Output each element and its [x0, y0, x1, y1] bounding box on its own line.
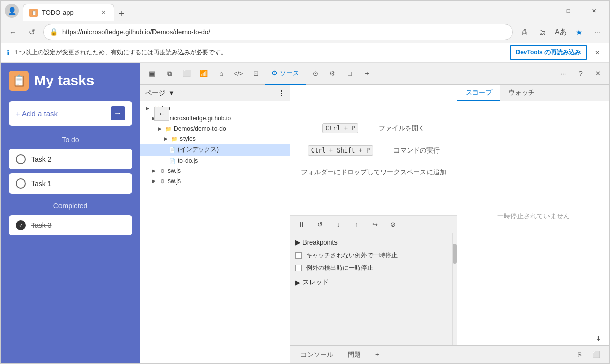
- devtools-home-icon[interactable]: ⌂: [214, 66, 229, 81]
- devtools-inspect-icon[interactable]: ▣: [144, 66, 160, 81]
- add-panel-btn[interactable]: +: [371, 346, 383, 364]
- status-undock-icon[interactable]: ⎘: [573, 348, 587, 362]
- task-name-task2: Task 2: [31, 155, 51, 163]
- deactivate-breakpoints-btn[interactable]: ⊘: [386, 217, 400, 231]
- sources-dropdown-icon[interactable]: ▼: [168, 89, 175, 97]
- tree-item-index[interactable]: 📄 (インデックス): [140, 144, 290, 156]
- task-item-completed[interactable]: ✓ Task 3: [9, 215, 132, 235]
- notification-close-button[interactable]: ✕: [591, 47, 603, 59]
- task-item[interactable]: Task 2: [9, 149, 132, 169]
- editor-area: ← Ctrl + P ファイルを開く Ctrl + Shift + P コマンド…: [290, 85, 457, 215]
- tree-item-styles[interactable]: ▶ 📁 styles: [140, 134, 290, 144]
- bp-checkbox-uncaught[interactable]: [295, 252, 302, 259]
- folder-icon-blue: 📁: [165, 125, 172, 132]
- threads-arrow: ▶: [295, 279, 300, 286]
- minimize-button[interactable]: ─: [531, 3, 555, 19]
- devtools-close-btn[interactable]: ✕: [590, 66, 605, 81]
- task-checkbox-task3[interactable]: ✓: [16, 220, 26, 230]
- notification-bar: ℹ １つ以上の設定が変更されたため、有効にするには再度読み込みが必要です。 De…: [1, 43, 609, 63]
- sources-more-icon[interactable]: ⋮: [278, 89, 285, 97]
- sources-header-label: ページ: [145, 88, 165, 98]
- scope-tab[interactable]: スコープ: [458, 85, 500, 101]
- tree-item-sw1[interactable]: ▶ ⚙ sw.js: [140, 166, 290, 176]
- devtools-status-bar: コンソール 問題 + ⎘ ⬜: [290, 345, 609, 363]
- browser-toolbar-icons: ⎙ 🗂 Aあ ★ ···: [516, 24, 605, 40]
- pause-btn[interactable]: ⏸: [294, 217, 309, 231]
- js-file-icon: 📄: [169, 157, 176, 164]
- tree-item-sw2[interactable]: ▶ ⚙ sw.js: [140, 176, 290, 186]
- notification-text: １つ以上の設定が変更されたため、有効にするには再度読み込みが必要です。: [13, 48, 506, 57]
- read-aloud-icon[interactable]: Aあ: [553, 24, 569, 40]
- task-checkbox-task2[interactable]: [16, 154, 26, 164]
- devtools-network-icon[interactable]: 📶: [196, 66, 211, 81]
- address-input[interactable]: 🔒 https://microsoftedge.github.io/Demos/…: [43, 24, 513, 40]
- breakpoints-item-uncaught: キャッチされない例外で一時停止: [290, 249, 452, 262]
- breakpoints-header[interactable]: ▶ Breakpoints: [290, 235, 452, 249]
- shortcut-ctrl-p: Ctrl + P: [322, 123, 359, 133]
- devtools-add-tab-icon[interactable]: +: [359, 66, 375, 81]
- devtools-settings-icon[interactable]: ⚙: [325, 66, 340, 81]
- threads-header[interactable]: ▶ スレッド: [290, 275, 452, 290]
- scroll-track[interactable]: [453, 233, 457, 345]
- new-tab-button[interactable]: +: [114, 7, 129, 21]
- task-item[interactable]: Task 1: [9, 173, 132, 194]
- step-over-btn[interactable]: ↺: [313, 217, 327, 231]
- tree-item-todo-js[interactable]: 📄 to-do.js: [140, 156, 290, 166]
- tree-label-index: (インデックス): [178, 145, 219, 154]
- add-task-arrow-icon: →: [111, 106, 125, 120]
- tree-item-demos[interactable]: ▶ 📁 Demos/demo-to-do: [140, 124, 290, 134]
- tree-label-domain: microsoftedge.github.io: [168, 115, 231, 122]
- breakpoints-arrow: ▶: [295, 238, 300, 246]
- add-task-button[interactable]: + Add a task →: [9, 101, 132, 126]
- address-bar: ← ↺ 🔒 https://microsoftedge.github.io/De…: [1, 21, 609, 43]
- notification-info-icon: ℹ: [7, 49, 9, 57]
- maximize-button[interactable]: □: [557, 3, 580, 19]
- devtools-perf-icon[interactable]: ⊡: [248, 66, 263, 81]
- watch-tab[interactable]: ウォッチ: [500, 85, 543, 101]
- browser-tab[interactable]: 📋 TODO app ✕: [23, 4, 114, 21]
- shortcut-ctrl-shift-p: Ctrl + Shift + P: [308, 145, 374, 156]
- console-tab[interactable]: コンソール: [296, 346, 338, 364]
- shortcut-command-desc: コマンドの実行: [393, 146, 440, 155]
- gear-file-icon1: ⚙: [159, 167, 166, 174]
- html-file-icon: 📄: [169, 146, 176, 154]
- devtools-sources-label: ソース: [280, 69, 299, 78]
- tree-label-sw2: sw.js: [168, 177, 181, 185]
- scope-empty-message: 一時停止されていません: [458, 101, 609, 331]
- folder-icon-styles: 📁: [171, 135, 178, 142]
- scope-download-icon[interactable]: ⬇: [591, 331, 605, 346]
- completed-section-label: Completed: [9, 202, 132, 210]
- title-bar: 👤 📋 TODO app ✕ + ─ □ ✕: [1, 1, 609, 21]
- devtools-device-icon[interactable]: ⧉: [162, 66, 177, 81]
- devtools-sources-tab[interactable]: ⚙ ソース: [265, 63, 306, 85]
- refresh-button[interactable]: ↺: [24, 24, 40, 40]
- tab-close-btn[interactable]: ✕: [99, 8, 108, 17]
- step-into-btn[interactable]: ↓: [331, 217, 345, 231]
- step-btn[interactable]: ↪: [368, 217, 382, 231]
- devtools-more-btn[interactable]: ···: [556, 66, 571, 81]
- favorites-icon[interactable]: ★: [571, 24, 587, 40]
- back-button[interactable]: ←: [5, 24, 21, 40]
- devtools-layout-icon[interactable]: □: [342, 66, 357, 81]
- devtools-reload-button[interactable]: DevTools の再読み込み: [510, 45, 587, 60]
- sources-right-panel: ← Ctrl + P ファイルを開く Ctrl + Shift + P コマンド…: [290, 85, 609, 363]
- tree-arrow-styles: ▶: [163, 136, 169, 142]
- close-button[interactable]: ✕: [582, 3, 605, 19]
- share-icon[interactable]: ⎙: [516, 24, 532, 40]
- devtools-performance-icon[interactable]: ⊙: [308, 66, 323, 81]
- devtools-panel3-icon[interactable]: ⬜: [179, 66, 194, 81]
- bp-checkbox-caught[interactable]: [295, 265, 302, 271]
- issues-tab[interactable]: 問題: [344, 346, 365, 364]
- devtools-elements-icon[interactable]: </>: [231, 66, 246, 81]
- step-out-btn[interactable]: ↑: [349, 217, 363, 231]
- tree-label-demos: Demos/demo-to-do: [174, 125, 226, 132]
- task-checkbox-task1[interactable]: [16, 178, 26, 189]
- url-text: https://microsoftedge.github.io/Demos/de…: [62, 28, 506, 36]
- status-dock-icon[interactable]: ⬜: [589, 348, 603, 362]
- profile-icon[interactable]: 👤: [5, 4, 19, 18]
- devtools-help-btn[interactable]: ?: [573, 66, 588, 81]
- shortcut-row-command: Ctrl + Shift + P コマンドの実行: [308, 145, 440, 156]
- collections-icon[interactable]: 🗂: [534, 24, 551, 40]
- scope-panel: スコープ ウォッチ 一時停止されていません ⬇: [457, 85, 609, 345]
- browser-more-icon[interactable]: ···: [589, 24, 605, 40]
